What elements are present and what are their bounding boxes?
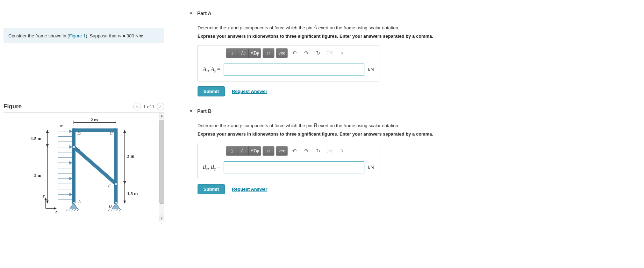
label-3m-left: 3 m [34, 173, 42, 178]
tool-group-math: ▯ √□ ΑΣφ [226, 146, 261, 156]
figure-area: w 2 m D C E F A B 1.5 m 3 m 3 m 1.5 m y … [3, 113, 164, 221]
tool-group-math: ▯ √□ ΑΣφ [226, 48, 261, 58]
problem-middle: ). Suppose that [86, 33, 118, 38]
part-b-answer-input[interactable] [224, 161, 364, 173]
svg-marker-53 [124, 130, 126, 132]
redo-button[interactable]: ↷ [301, 49, 312, 58]
tool-group-arrows: ↓↑ [263, 146, 274, 156]
problem-var: w [118, 33, 121, 38]
figure-scrollbar[interactable]: ▲ ▼ [159, 113, 164, 221]
tool-group-arrows: ↓↑ [263, 48, 274, 58]
part-b-title: Part B [197, 108, 212, 114]
problem-suffix: . [143, 33, 145, 38]
undo-button[interactable]: ↶ [289, 146, 300, 155]
updown-button[interactable]: ↓↑ [263, 146, 274, 155]
part-a-title: Part A [197, 10, 212, 16]
part-b-answer-box: ▯ √□ ΑΣφ ↓↑ vec ↶ ↷ ↻ ? [198, 143, 379, 179]
label-f: F [108, 182, 111, 188]
svg-marker-48 [46, 130, 49, 132]
part-b-submit-button[interactable]: Submit [198, 184, 225, 194]
part-a-question: Determine the x and y components of forc… [198, 24, 637, 31]
reset-button[interactable]: ↻ [313, 49, 323, 58]
label-3m-right: 3 m [127, 153, 135, 159]
part-b-lhs: Bx, By = [203, 164, 220, 171]
figure-next-button[interactable]: > [157, 103, 164, 110]
part-a-body: Determine the x and y components of forc… [198, 24, 637, 96]
svg-marker-18 [70, 177, 72, 180]
sqrt-button[interactable]: √□ [237, 146, 249, 155]
undo-button[interactable]: ↶ [289, 49, 300, 58]
svg-marker-60 [45, 198, 47, 200]
figure-link[interactable]: Figure 1 [69, 33, 86, 38]
tool-group-vec: vec [276, 48, 288, 58]
part-b-header[interactable]: ▼ Part B [189, 108, 637, 114]
svg-line-34 [66, 209, 67, 211]
label-y: y [42, 193, 45, 198]
part-a-toolbar: ▯ √□ ΑΣφ ↓↑ vec ↶ ↷ ↻ ? [198, 45, 379, 60]
part-a-lhs: Ax, Ay = [203, 66, 220, 73]
label-1.5m-top: 1.5 m [31, 136, 42, 141]
problem-unit: N/m [135, 33, 143, 38]
svg-marker-17 [70, 161, 72, 164]
part-a-submit-button[interactable]: Submit [198, 86, 225, 96]
updown-button[interactable]: ↓↑ [263, 49, 274, 58]
svg-line-39 [108, 209, 109, 211]
problem-statement: Consider the frame shown in (Figure 1). … [3, 28, 164, 43]
keyboard-button[interactable] [325, 49, 335, 58]
label-a: A [78, 199, 81, 204]
template-button[interactable]: ▯ [226, 146, 237, 155]
part-b-body: Determine the x and y components of forc… [198, 122, 637, 194]
redo-button[interactable]: ↷ [301, 146, 312, 155]
label-2m: 2 m [91, 117, 98, 122]
figure-title: Figure [3, 103, 22, 110]
svg-marker-56 [124, 201, 126, 203]
problem-prefix: Consider the frame shown in ( [8, 33, 69, 38]
part-a-unit: kN [368, 67, 374, 73]
part-b-instruction: Express your answers in kilonewtons to t… [198, 131, 637, 137]
keyboard-button[interactable] [325, 146, 335, 155]
tool-group-vec: vec [276, 146, 288, 156]
svg-marker-54 [124, 181, 126, 184]
figure-header: Figure < 1 of 1 > [3, 103, 164, 113]
scroll-up-button[interactable]: ▲ [159, 113, 164, 118]
label-c: C [109, 131, 113, 136]
keyboard-icon [327, 149, 333, 153]
label-x: x [55, 209, 58, 214]
svg-line-36 [71, 209, 73, 211]
sqrt-button[interactable]: √□ [237, 49, 249, 58]
part-b-actions: Submit Request Answer [198, 184, 637, 194]
right-pane: ▼ Part A Determine the x and y component… [168, 0, 644, 225]
help-button[interactable]: ? [337, 49, 347, 58]
reset-button[interactable]: ↻ [313, 146, 323, 155]
figure-prev-button[interactable]: < [133, 103, 141, 110]
greek-button[interactable]: ΑΣφ [249, 49, 261, 58]
svg-line-42 [116, 209, 118, 211]
template-button[interactable]: ▯ [226, 49, 237, 58]
svg-point-26 [72, 146, 75, 149]
vec-button[interactable]: vec [276, 146, 287, 155]
part-a-answer-box: ▯ √□ ΑΣφ ↓↑ vec ↶ ↷ ↻ ? [198, 45, 379, 81]
label-w: w [60, 123, 63, 128]
vec-button[interactable]: vec [276, 49, 287, 58]
svg-line-38 [77, 209, 79, 211]
part-b-toolbar: ▯ √□ ΑΣφ ↓↑ vec ↶ ↷ ↻ ? [198, 143, 379, 158]
part-a-header[interactable]: ▼ Part A [189, 10, 637, 16]
greek-button[interactable]: ΑΣφ [249, 146, 261, 155]
help-button[interactable]: ? [337, 146, 347, 155]
part-b-request-answer-link[interactable]: Request Answer [232, 187, 267, 192]
svg-marker-30 [70, 203, 78, 209]
svg-line-37 [74, 209, 76, 211]
svg-line-43 [119, 209, 121, 211]
caret-down-icon: ▼ [189, 109, 193, 113]
svg-line-23 [74, 147, 116, 184]
label-d: D [77, 131, 81, 136]
label-b: B [109, 203, 112, 209]
scroll-thumb[interactable] [159, 120, 164, 204]
part-b-question: Determine the x and y components of forc… [198, 122, 637, 129]
scroll-down-button[interactable]: ▼ [159, 216, 164, 221]
label-e: E [77, 145, 80, 151]
part-a-request-answer-link[interactable]: Request Answer [232, 89, 267, 94]
part-a-answer-input[interactable] [224, 64, 364, 75]
svg-line-41 [113, 209, 115, 211]
part-b-unit: kN [368, 165, 374, 171]
